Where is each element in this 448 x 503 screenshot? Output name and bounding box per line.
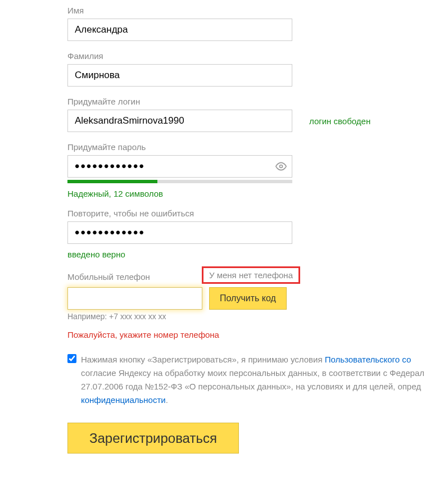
no-phone-link[interactable]: У меня нет телефона [202, 266, 300, 284]
phone-label: Мобильный телефон [67, 272, 150, 282]
password-confirm-label: Повторите, чтобы не ошибиться [67, 209, 448, 218]
password-strength-bar [67, 180, 292, 183]
password-strength-text: Надежный, 12 символов [67, 189, 448, 198]
password-label: Придумайте пароль [67, 142, 448, 152]
password-wrapper [67, 155, 292, 178]
login-input[interactable] [67, 110, 292, 132]
agreement-line3: 27.07.2006 года №152-ФЗ «О персональных … [81, 380, 424, 393]
phone-group: Мобильный телефон У меня нет телефона По… [67, 269, 448, 339]
lastname-group: Фамилия [67, 51, 448, 87]
firstname-input[interactable] [67, 19, 292, 41]
password-confirm-input[interactable] [67, 221, 292, 244]
login-status: логин свободен [309, 116, 370, 126]
firstname-group: Имя [67, 6, 448, 41]
login-group: Придумайте логин логин свободен [67, 97, 448, 132]
get-code-button[interactable]: Получить код [209, 287, 287, 310]
agreement-line1-prefix: Нажимая кнопку «Зарегистрироваться», я п… [81, 355, 325, 364]
agreement-line2: согласие Яндексу на обработку моих персо… [81, 366, 424, 380]
agreement-text: Нажимая кнопку «Зарегистрироваться», я п… [81, 353, 424, 407]
password-confirm-group: Повторите, чтобы не ошибиться введено ве… [67, 209, 448, 259]
password-group: Придумайте пароль Надежный, 12 символов [67, 142, 448, 198]
phone-hint: Например: +7 xxx xxx xx xx [67, 312, 448, 321]
firstname-label: Имя [67, 6, 448, 15]
password-confirm-status: введено верно [67, 250, 448, 259]
password-input[interactable] [67, 155, 292, 178]
lastname-input[interactable] [67, 64, 292, 87]
agreement-block: Нажимая кнопку «Зарегистрироваться», я п… [67, 353, 448, 407]
eye-icon[interactable] [275, 161, 287, 172]
phone-error: Пожалуйста, укажите номер телефона [67, 330, 448, 339]
login-label: Придумайте логин [67, 97, 448, 106]
agreement-checkbox[interactable] [67, 354, 76, 363]
login-row: логин свободен [67, 110, 448, 132]
password-strength-fill [67, 180, 157, 183]
phone-input-row: Получить код [67, 287, 448, 310]
svg-point-0 [280, 165, 283, 168]
phone-input[interactable] [67, 287, 202, 310]
privacy-link[interactable]: конфиденциальности [81, 395, 166, 405]
register-button[interactable]: Зарегистрироваться [67, 423, 239, 454]
user-agreement-link[interactable]: Пользовательского со [325, 355, 411, 364]
agreement-line4-suffix: . [166, 395, 168, 405]
phone-header-row: Мобильный телефон У меня нет телефона [67, 269, 292, 284]
lastname-label: Фамилия [67, 51, 448, 61]
